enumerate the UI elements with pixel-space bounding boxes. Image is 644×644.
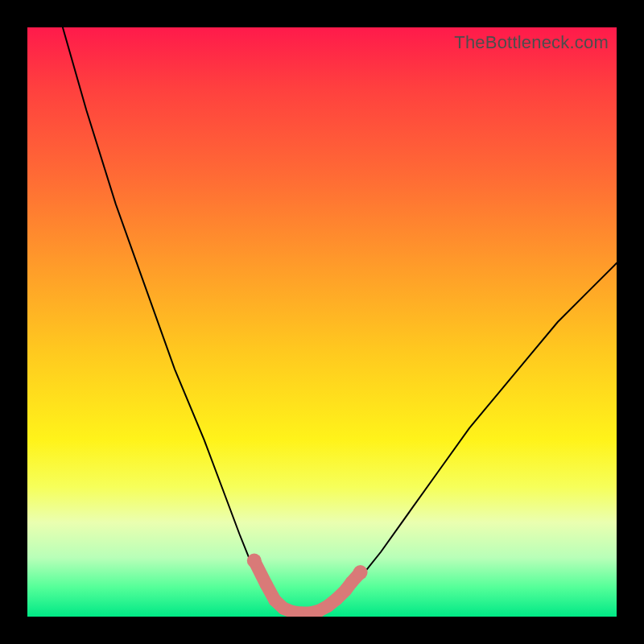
- marker-dot: [247, 554, 262, 568]
- marker-dot: [353, 565, 368, 580]
- curve-path: [63, 27, 617, 613]
- marker-dot: [260, 578, 273, 591]
- chart-frame: TheBottleneck.com: [0, 0, 644, 644]
- plot-area: TheBottleneck.com: [27, 27, 617, 617]
- bottleneck-curve: [27, 27, 617, 617]
